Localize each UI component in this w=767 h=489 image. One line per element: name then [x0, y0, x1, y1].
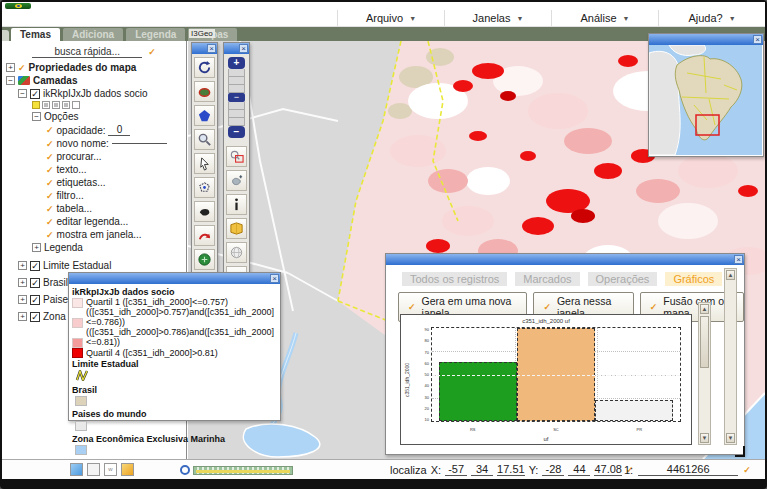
zoom-in-button[interactable]: [194, 129, 215, 150]
scale-input[interactable]: 4461266: [638, 463, 738, 476]
check-icon[interactable]: ✓: [46, 191, 54, 201]
tab-temas[interactable]: Temas: [11, 28, 60, 41]
check-icon[interactable]: ✓: [46, 125, 54, 135]
check-icon[interactable]: ✓: [46, 139, 54, 149]
window-scrollbar[interactable]: ▲ ▼: [724, 268, 737, 445]
toolbar-titlebar[interactable]: ×: [192, 43, 217, 54]
menu-janelas[interactable]: Janelas▼: [444, 10, 551, 26]
earth-export-button[interactable]: [194, 249, 215, 270]
x-sec-input[interactable]: 17.51: [497, 463, 525, 476]
search-apply-check-icon[interactable]: ✓: [148, 47, 156, 57]
expander-plus-icon[interactable]: +: [18, 295, 27, 304]
layer-checkbox[interactable]: ✓: [30, 261, 40, 271]
x-deg-input[interactable]: -57: [445, 463, 467, 476]
layer-checkbox[interactable]: ✓: [30, 312, 40, 322]
chart-scrollbar[interactable]: ▲ ▼: [698, 302, 711, 445]
pointer-button[interactable]: [194, 153, 215, 174]
tab-legenda[interactable]: Legenda: [126, 28, 185, 41]
y-sec-input[interactable]: 47.08: [594, 463, 622, 476]
insert-point-button[interactable]: [194, 105, 215, 126]
expander-plus-icon[interactable]: +: [32, 243, 41, 252]
zoom-box-button[interactable]: [226, 146, 247, 167]
zoom-out-minus-button[interactable]: −: [228, 126, 245, 138]
scroll-down-icon[interactable]: ▼: [700, 433, 709, 443]
zoom-previous-button[interactable]: [194, 225, 215, 246]
records-titlebar[interactable]: ×: [386, 254, 744, 265]
tree-camadas[interactable]: Camadas: [33, 75, 77, 86]
pan-hand-button[interactable]: [226, 170, 247, 191]
tree-layer-socio[interactable]: ikRkpIJxJb dados socio: [43, 88, 148, 99]
expander-minus-icon[interactable]: −: [18, 89, 27, 98]
y-deg-input[interactable]: -28: [542, 463, 564, 476]
tab-graficos[interactable]: Gráficos: [665, 272, 722, 286]
close-icon[interactable]: ×: [270, 274, 279, 283]
check-icon[interactable]: ✓: [46, 165, 54, 175]
check-icon[interactable]: ✓: [46, 178, 54, 188]
close-icon[interactable]: ×: [734, 255, 743, 264]
select-area-button[interactable]: [194, 177, 215, 198]
x-min-input[interactable]: 34: [471, 463, 493, 476]
tree-opcoes[interactable]: Opções: [44, 111, 78, 122]
tree-limite-estadual[interactable]: Limite Estadual: [43, 260, 111, 271]
apply-scale-check-icon[interactable]: ✓: [743, 465, 751, 475]
sidebar-collapse-handle[interactable]: [2, 30, 9, 41]
window-resize-handle[interactable]: [735, 446, 745, 457]
tree-propriedades[interactable]: Propriedades do mapa: [29, 62, 137, 73]
scroll-up-icon[interactable]: ▲: [726, 270, 735, 280]
expander-plus-icon[interactable]: +: [18, 312, 27, 321]
close-icon[interactable]: ×: [207, 44, 216, 53]
layer-color-swatch[interactable]: [32, 101, 40, 109]
option-tabela[interactable]: tabela...: [57, 203, 93, 214]
layer-checkbox[interactable]: ✓: [30, 278, 40, 288]
zoom-slider[interactable]: + − −: [228, 57, 245, 138]
tab-marcados[interactable]: Marcados: [515, 272, 579, 286]
option-novo-nome[interactable]: novo nome:: [57, 138, 109, 149]
toolbar-titlebar[interactable]: ×: [224, 43, 249, 54]
zoom-in-plus-button[interactable]: +: [228, 57, 245, 69]
option-filtro[interactable]: filtro...: [57, 190, 84, 201]
check-icon[interactable]: ✓: [46, 230, 54, 240]
basemap-orange-button[interactable]: [121, 463, 134, 476]
tree-legenda[interactable]: Legenda: [44, 242, 83, 253]
tree-brasil[interactable]: Brasil: [43, 277, 68, 288]
layer-checkbox[interactable]: ✓: [30, 295, 40, 305]
option-opacidade[interactable]: opacidade:: [57, 125, 106, 136]
close-icon[interactable]: ×: [239, 44, 248, 53]
legend-titlebar[interactable]: ×: [69, 273, 280, 284]
check-icon[interactable]: ✓: [46, 217, 54, 227]
basemap-white-button[interactable]: [87, 463, 100, 476]
option-editar-legenda[interactable]: editar legenda...: [57, 216, 129, 227]
layer-tool-button[interactable]: [42, 101, 50, 109]
zoom-slider-thumb[interactable]: −: [228, 93, 245, 102]
menu-ajuda[interactable]: Ajuda?▼: [658, 10, 765, 26]
novo-nome-input[interactable]: [112, 143, 167, 144]
redraw-button[interactable]: [194, 57, 215, 78]
overview-map[interactable]: [649, 45, 762, 155]
layer-tool-button[interactable]: [52, 101, 60, 109]
globe-tools-button[interactable]: [226, 242, 247, 263]
option-procurar[interactable]: procurar...: [57, 151, 102, 162]
tab-adiciona[interactable]: Adiciona: [63, 28, 123, 41]
check-icon[interactable]: ✓: [46, 204, 54, 214]
map-extent-button[interactable]: [226, 218, 247, 239]
expander-minus-icon[interactable]: −: [6, 76, 15, 85]
menu-arquivo[interactable]: Arquivo▼: [337, 10, 444, 26]
layer-checkbox[interactable]: ✓: [30, 89, 40, 99]
tab-todos-registros[interactable]: Todos os registros: [402, 272, 507, 286]
expander-plus-icon[interactable]: +: [6, 63, 15, 72]
opacidade-input[interactable]: 0: [108, 124, 130, 136]
option-texto[interactable]: texto...: [57, 164, 87, 175]
scroll-up-icon[interactable]: ▲: [700, 304, 709, 314]
layer-tool-button[interactable]: [62, 101, 70, 109]
overview-titlebar[interactable]: ×: [649, 34, 763, 45]
menu-analise[interactable]: Análise▼: [551, 10, 658, 26]
wms-button[interactable]: w: [104, 463, 117, 476]
basemap-blue-button[interactable]: [70, 463, 83, 476]
expander-plus-icon[interactable]: +: [18, 261, 27, 270]
y-min-input[interactable]: 44: [568, 463, 590, 476]
scroll-down-icon[interactable]: ▼: [726, 433, 735, 443]
option-etiquetas[interactable]: etiquetas...: [57, 177, 106, 188]
quick-search-input[interactable]: busca rápida...: [32, 46, 142, 58]
tab-operacoes[interactable]: Operações: [588, 272, 658, 286]
expander-minus-icon[interactable]: −: [32, 112, 41, 121]
